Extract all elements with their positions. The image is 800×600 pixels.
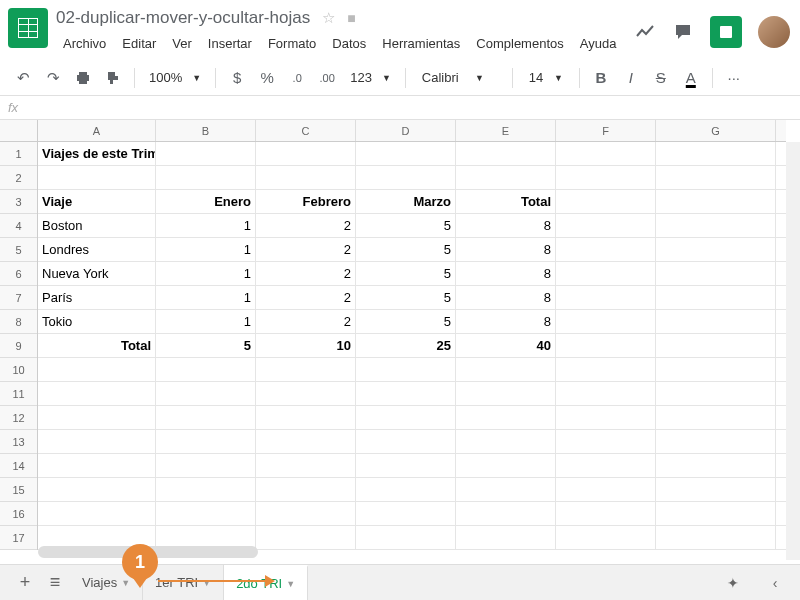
cell[interactable] — [456, 166, 556, 189]
currency-button[interactable]: $ — [224, 65, 250, 91]
row-header[interactable]: 5 — [0, 238, 37, 262]
cell[interactable] — [456, 358, 556, 381]
cell[interactable]: 1 — [156, 286, 256, 309]
share-button[interactable] — [710, 16, 742, 48]
row-header[interactable]: 17 — [0, 526, 37, 550]
cell[interactable] — [556, 478, 656, 501]
cell[interactable]: 40 — [456, 334, 556, 357]
cell[interactable] — [356, 526, 456, 549]
chevron-down-icon[interactable]: ▼ — [202, 578, 211, 588]
cell[interactable] — [356, 142, 456, 165]
cell[interactable] — [656, 310, 776, 333]
cell[interactable]: 1 — [156, 310, 256, 333]
chevron-down-icon[interactable]: ▼ — [121, 578, 130, 588]
row-header[interactable]: 8 — [0, 310, 37, 334]
cell[interactable] — [356, 382, 456, 405]
cell[interactable]: Febrero — [256, 190, 356, 213]
cell[interactable] — [656, 526, 776, 549]
font-size-select[interactable]: 14▼ — [521, 70, 571, 85]
menu-archivo[interactable]: Archivo — [56, 33, 113, 54]
cell[interactable] — [256, 478, 356, 501]
cell[interactable]: 5 — [356, 238, 456, 261]
menu-ver[interactable]: Ver — [165, 33, 199, 54]
col-header[interactable]: A — [38, 120, 156, 141]
cell[interactable]: 8 — [456, 262, 556, 285]
cell[interactable] — [656, 214, 776, 237]
cell[interactable]: 2 — [256, 238, 356, 261]
cell[interactable]: 2 — [256, 214, 356, 237]
cell[interactable] — [656, 190, 776, 213]
cell[interactable]: 10 — [256, 334, 356, 357]
cell[interactable] — [156, 502, 256, 525]
cell[interactable] — [656, 142, 776, 165]
row-header[interactable]: 1 — [0, 142, 37, 166]
cell[interactable] — [556, 190, 656, 213]
italic-button[interactable]: I — [618, 65, 644, 91]
cell[interactable]: Enero — [156, 190, 256, 213]
cell[interactable] — [38, 502, 156, 525]
cell[interactable] — [38, 382, 156, 405]
text-color-button[interactable]: A — [678, 65, 704, 91]
cell[interactable]: 8 — [456, 310, 556, 333]
row-header[interactable]: 13 — [0, 430, 37, 454]
cell[interactable] — [256, 382, 356, 405]
undo-button[interactable]: ↶ — [10, 65, 36, 91]
sheets-logo[interactable] — [8, 8, 48, 48]
cell[interactable]: Londres — [38, 238, 156, 261]
cell[interactable] — [556, 382, 656, 405]
cell[interactable] — [156, 358, 256, 381]
cell[interactable] — [556, 358, 656, 381]
star-icon[interactable]: ☆ — [322, 9, 335, 27]
cell[interactable] — [356, 430, 456, 453]
cell[interactable] — [256, 454, 356, 477]
bold-button[interactable]: B — [588, 65, 614, 91]
menu-insertar[interactable]: Insertar — [201, 33, 259, 54]
cell[interactable] — [456, 454, 556, 477]
cell[interactable] — [156, 454, 256, 477]
zoom-select[interactable]: 100%▼ — [143, 70, 207, 85]
cell[interactable] — [256, 142, 356, 165]
cell[interactable] — [256, 166, 356, 189]
font-select[interactable]: Calibri▼ — [414, 70, 504, 85]
cell[interactable] — [556, 142, 656, 165]
cell[interactable]: 2 — [256, 310, 356, 333]
cell[interactable]: Viajes de este Trimestre — [38, 142, 156, 165]
cell[interactable] — [556, 310, 656, 333]
cell[interactable] — [38, 454, 156, 477]
paint-format-button[interactable] — [100, 65, 126, 91]
cell[interactable] — [156, 166, 256, 189]
cell[interactable] — [556, 526, 656, 549]
all-sheets-button[interactable]: ≡ — [40, 568, 70, 598]
menu-datos[interactable]: Datos — [325, 33, 373, 54]
cell[interactable] — [38, 430, 156, 453]
cell[interactable] — [156, 406, 256, 429]
row-header[interactable]: 12 — [0, 406, 37, 430]
row-header[interactable]: 10 — [0, 358, 37, 382]
menu-herramientas[interactable]: Herramientas — [375, 33, 467, 54]
cell[interactable]: 25 — [356, 334, 456, 357]
cell[interactable] — [456, 382, 556, 405]
cell[interactable] — [656, 502, 776, 525]
doc-title[interactable]: 02-duplicar-mover-y-ocultar-hojas — [56, 8, 310, 28]
menu-formato[interactable]: Formato — [261, 33, 323, 54]
cell[interactable] — [656, 406, 776, 429]
cell[interactable] — [456, 526, 556, 549]
cell[interactable]: Total — [38, 334, 156, 357]
col-header[interactable]: D — [356, 120, 456, 141]
cell[interactable] — [456, 406, 556, 429]
cell[interactable] — [356, 358, 456, 381]
menu-ayuda[interactable]: Ayuda — [573, 33, 624, 54]
cell[interactable] — [256, 526, 356, 549]
row-header[interactable]: 3 — [0, 190, 37, 214]
avatar[interactable] — [758, 16, 790, 48]
cell[interactable] — [356, 166, 456, 189]
dec-increase-button[interactable]: .00 — [314, 65, 340, 91]
cell[interactable] — [556, 262, 656, 285]
menu-editar[interactable]: Editar — [115, 33, 163, 54]
cell[interactable] — [656, 478, 776, 501]
cell[interactable] — [656, 358, 776, 381]
cell[interactable] — [156, 430, 256, 453]
cell[interactable] — [556, 214, 656, 237]
col-header[interactable]: F — [556, 120, 656, 141]
row-header[interactable]: 16 — [0, 502, 37, 526]
